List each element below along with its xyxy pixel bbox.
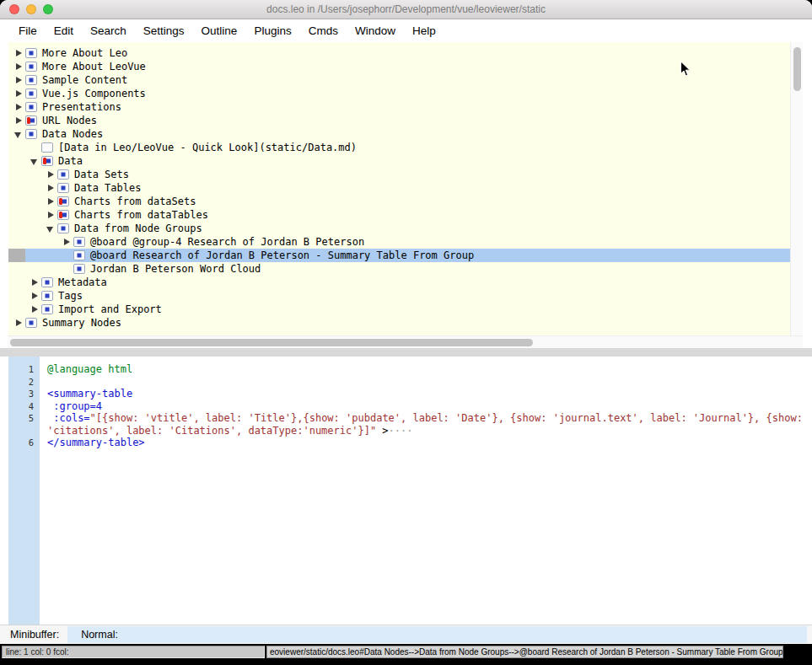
tree-row[interactable]: Jordan B Peterson Word Cloud [8,262,790,276]
screen: { "window": { "title": "docs.leo in /Use… [0,0,812,665]
expand-arrow-icon[interactable] [44,208,57,222]
node-icon [57,183,69,193]
code-lines: 1@language html2 3<summary-table4 :group… [8,357,807,449]
menu-search[interactable]: Search [82,24,135,37]
expand-arrow-icon[interactable] [12,100,25,114]
tree-row[interactable]: URL Nodes [8,114,790,127]
line-number: 2 [8,376,40,389]
expand-arrow-icon[interactable] [60,235,73,249]
line-number: 5 [8,412,40,425]
tree-row[interactable]: Charts from dataTables [8,208,790,222]
menu-cmds[interactable]: Cmds [300,24,347,37]
code-line[interactable]: @language html [40,363,807,376]
tree-vertical-scrollbar[interactable] [790,42,803,335]
expand-arrow-icon[interactable] [44,181,57,195]
expand-arrow-icon[interactable] [12,87,25,100]
tree-row[interactable]: [Data in Leo/LeoVue - Quick Look](static… [8,141,790,154]
expand-arrow-icon[interactable] [12,46,25,60]
title-bar[interactable]: docs.leo in /Users/josephorr/Development… [0,0,812,19]
tree-row[interactable]: Vue.js Components [8,87,790,100]
expand-arrow-icon[interactable] [28,276,41,289]
code-line[interactable]: :group=4 [40,400,807,413]
tree-row[interactable]: Presentations [8,100,790,114]
tree-row[interactable]: Import and Export [8,303,790,316]
tree-row[interactable]: Tags [8,289,790,303]
body-editor[interactable]: 1@language html2 3<summary-table4 :group… [8,357,807,625]
code-row: 2 [8,376,807,389]
tree-row[interactable]: Data Sets [8,168,790,181]
tree-row[interactable]: @board @group-4 Research of Jordan B Pet… [8,235,790,249]
code-segment: :group=4 [47,400,102,412]
tree-row[interactable]: Sample Content [8,73,790,87]
vertical-scrollbar-thumb[interactable] [793,47,801,91]
collapse-arrow-icon[interactable] [28,154,41,168]
line-number: 4 [8,400,40,413]
expand-arrow-icon[interactable] [12,73,25,87]
tree-row[interactable]: More About Leo [8,46,790,60]
node-icon [73,237,85,247]
tree-node-label: Vue.js Components [42,88,146,99]
indent [8,242,60,243]
menu-plugins[interactable]: Plugins [245,24,299,37]
tree-row-selected[interactable]: @board Research of Jordan B Peterson - S… [8,249,790,262]
tree-row[interactable]: Summary Nodes [8,316,790,330]
tree-node-label: Charts from dataSets [74,196,196,207]
node-icon [41,304,53,314]
outline-tree[interactable]: More About LeoMore About LeoVueSample Co… [8,42,790,335]
horizontal-scrollbar-thumb[interactable] [10,339,533,346]
tree-node-label: [Data in Leo/LeoVue - Quick Look](static… [58,142,357,153]
tree-node-label: Jordan B Peterson Word Cloud [90,263,261,275]
collapse-arrow-icon[interactable] [12,127,25,141]
menu-window[interactable]: Window [347,24,404,37]
menu-file[interactable]: File [10,24,46,37]
indent [8,174,44,175]
zoom-window-button[interactable] [43,4,53,14]
tree-node-label: Import and Export [58,303,162,315]
code-line[interactable]: :cols="[{show: 'vtitle', label: 'Title'}… [40,412,807,437]
code-row: 1@language html [8,363,807,376]
code-segment: > [376,425,388,437]
node-icon [41,142,53,153]
tree-row[interactable]: Data Nodes [8,127,790,141]
menu-outline[interactable]: Outline [193,24,246,37]
tree-row[interactable]: Data Tables [8,181,790,195]
tree-row[interactable]: More About LeoVue [8,60,790,73]
node-icon [57,210,69,220]
indent [8,215,44,216]
indent [8,282,28,283]
tree-node-label: Charts from dataTables [74,209,208,221]
expand-arrow-icon[interactable] [12,316,25,330]
expand-arrow-icon[interactable] [12,114,25,127]
tree-horizontal-scrollbar[interactable] [8,335,803,348]
tree-node-label: Metadata [58,276,107,288]
arrow-spacer [60,249,73,262]
tree-node-label: More About Leo [42,47,127,59]
expand-arrow-icon[interactable] [28,289,41,303]
collapse-arrow-icon[interactable] [44,222,57,235]
expand-arrow-icon[interactable] [44,168,57,181]
close-window-button[interactable] [9,4,19,14]
app-window: docs.leo in /Users/josephorr/Development… [0,0,812,660]
expand-arrow-icon[interactable] [12,60,25,73]
code-line[interactable]: <summary-table [40,388,807,400]
traffic-lights [9,4,53,14]
code-line[interactable] [40,376,807,389]
expand-arrow-icon[interactable] [44,195,57,208]
menu-help[interactable]: Help [404,24,444,37]
tree-node-label: Data [58,155,83,167]
expand-arrow-icon[interactable] [28,303,41,316]
tree-row[interactable]: Data [8,154,790,168]
menu-settings[interactable]: Settings [135,24,193,37]
tree-row[interactable]: Metadata [8,276,790,289]
tree-row[interactable]: Charts from dataSets [8,195,790,208]
menu-edit[interactable]: Edit [46,24,82,37]
node-icon [25,318,37,328]
indent [8,161,28,162]
code-line[interactable]: </summary-table> [40,437,807,449]
minibuffer-input[interactable]: Normal: [67,626,807,643]
minimize-window-button[interactable] [26,4,36,14]
tree-row[interactable]: Data from Node Groups [8,222,790,235]
pane-splitter[interactable] [0,348,812,357]
code-row: 4 :group=4 [8,400,807,413]
indent [8,269,60,270]
